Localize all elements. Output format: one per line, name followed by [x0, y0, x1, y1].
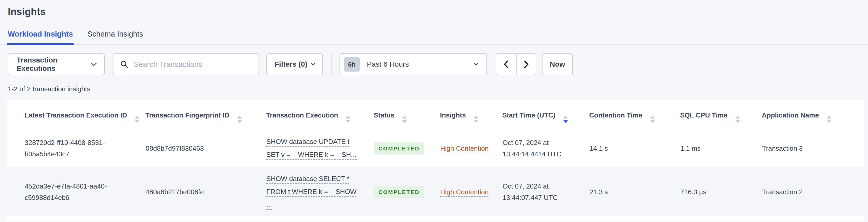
cell-status: COMPLETED [374, 129, 440, 168]
sort-icon[interactable] [650, 116, 655, 123]
chevron-down-icon [311, 61, 315, 65]
cell-execution-id: 452da3e7-e7fa-4801-aa40-c59988d14eb6 [6, 168, 145, 216]
tab-bar: Workload Insights Schema Insights [0, 30, 868, 44]
results-summary: 1-2 of 2 transaction insights [8, 85, 868, 93]
transaction-execution-link[interactable]: SET v = _ WHERE k = _ SH... [266, 150, 356, 160]
cell-fingerprint-id: 480a8b217be006fe [145, 168, 266, 216]
transaction-insights-table: Latest Transaction Execution ID Transact… [6, 100, 864, 216]
transaction-execution-link[interactable]: ... [266, 200, 272, 210]
insight-link[interactable]: High Contention [440, 145, 489, 153]
sort-icon[interactable] [346, 116, 350, 123]
search-icon [120, 60, 128, 68]
filters-dropdown[interactable]: Filters (0) [266, 54, 323, 75]
time-range-picker[interactable]: 6h Past 6 Hours [340, 54, 487, 75]
cell-start-time: Oct 07, 2024 at 13:44:07.447 UTC [502, 168, 589, 216]
search-input[interactable] [134, 60, 252, 69]
cell-application-name: Transaction 3 [762, 129, 864, 168]
cell-execution-id: 328729d2-ff19-4408-8531-b05a5b4e43c7 [6, 129, 145, 168]
table-row: 452da3e7-e7fa-4801-aa40-c59988d14eb6 480… [6, 168, 864, 216]
sort-icon[interactable] [237, 116, 242, 123]
transaction-execution-link[interactable]: SHOW database UPDATE t [266, 137, 349, 147]
time-range-step-buttons [496, 54, 536, 75]
sort-icon[interactable] [735, 116, 740, 123]
time-range-badge: 6h [344, 57, 360, 71]
tab-workload-insights[interactable]: Workload Insights [8, 30, 73, 44]
cell-insights: High Contention [440, 129, 502, 168]
time-range-label: Past 6 Hours [367, 60, 409, 68]
cell-fingerprint-id: 08d8b7d97f830463 [145, 129, 266, 168]
cell-sql-cpu-time: 1.1 ms [680, 129, 762, 168]
cell-contention-time: 14.1 s [589, 129, 680, 168]
chevron-down-icon [91, 60, 97, 66]
transaction-execution-link[interactable]: FROM t WHERE k = _ SHOW [266, 187, 356, 197]
cell-contention-time: 21.3 s [589, 168, 680, 216]
toolbar: Transaction Executions Filters (0) 6h Pa… [8, 54, 860, 75]
insight-link[interactable]: High Contention [440, 188, 489, 197]
status-badge: COMPLETED [374, 142, 424, 155]
transaction-execution-link[interactable]: SHOW database SELECT * [266, 174, 349, 184]
chevron-right-icon [522, 59, 530, 69]
cell-transaction-execution: SHOW database SELECT * FROM t WHERE k = … [266, 168, 374, 216]
insight-type-dropdown-value: Transaction Executions [17, 56, 92, 73]
sort-icon-descending-active[interactable] [563, 116, 568, 123]
table-header-row: Latest Transaction Execution ID Transact… [6, 100, 864, 129]
sort-icon[interactable] [135, 116, 140, 123]
chevron-down-icon [474, 61, 478, 65]
insights-table-card: Latest Transaction Execution ID Transact… [6, 100, 864, 221]
cell-insights: High Contention [440, 168, 502, 216]
search-box[interactable] [113, 54, 259, 75]
cell-status: COMPLETED [374, 168, 440, 216]
cell-transaction-execution: SHOW database UPDATE t SET v = _ WHERE k… [266, 129, 374, 168]
tab-schema-insights[interactable]: Schema Insights [88, 30, 143, 44]
sort-icon[interactable] [402, 116, 407, 123]
column-header-transaction-fingerprint-id[interactable]: Transaction Fingerprint ID [145, 100, 266, 129]
insight-type-dropdown[interactable]: Transaction Executions [8, 54, 104, 75]
column-header-latest-transaction-execution-id[interactable]: Latest Transaction Execution ID [6, 100, 145, 129]
next-time-range-button[interactable] [516, 54, 536, 75]
now-button[interactable]: Now [542, 54, 573, 75]
column-header-contention-time[interactable]: Contention Time [589, 100, 680, 129]
cell-application-name: Transaction 2 [762, 168, 864, 216]
table-row: 328729d2-ff19-4408-8531-b05a5b4e43c7 08d… [6, 129, 864, 168]
previous-time-range-button[interactable] [496, 54, 516, 75]
toolbar-divider [331, 54, 332, 75]
page-title: Insights [0, 0, 868, 18]
column-header-transaction-execution[interactable]: Transaction Execution [266, 100, 374, 129]
filters-dropdown-label: Filters (0) [275, 60, 307, 68]
column-header-sql-cpu-time[interactable]: SQL CPU Time [680, 100, 762, 129]
cell-sql-cpu-time: 716.3 µs [680, 168, 762, 216]
column-header-start-time[interactable]: Start Time (UTC) [502, 100, 589, 129]
column-header-insights[interactable]: Insights [440, 100, 502, 129]
column-header-application-name[interactable]: Application Name [762, 100, 864, 129]
insights-page: Insights Workload Insights Schema Insigh… [0, 0, 868, 222]
sort-icon[interactable] [827, 116, 831, 123]
cell-start-time: Oct 07, 2024 at 13:44:14.4414 UTC [502, 129, 589, 168]
now-button-label: Now [550, 60, 565, 68]
sort-icon[interactable] [474, 116, 478, 123]
chevron-left-icon [502, 59, 510, 69]
status-badge: COMPLETED [374, 186, 424, 198]
column-header-status[interactable]: Status [374, 100, 440, 129]
